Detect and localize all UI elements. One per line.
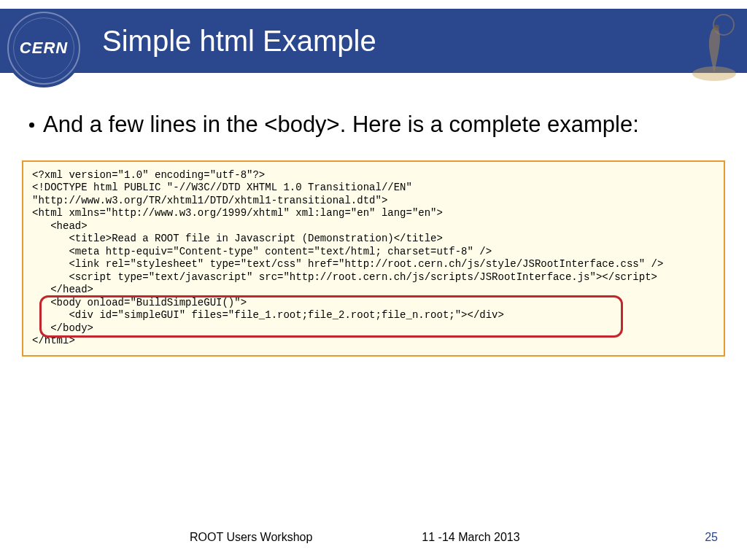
slide-number: 25 bbox=[705, 531, 718, 544]
code-line: <!DOCTYPE html PUBLIC "-//W3C//DTD XHTML… bbox=[32, 182, 412, 193]
code-line: <title>Read a ROOT file in Javascript (D… bbox=[32, 233, 443, 244]
code-line: </html> bbox=[32, 335, 75, 346]
slide-title: Simple html Example bbox=[102, 25, 376, 58]
logo-text: CERN bbox=[20, 39, 68, 58]
footer-center: ROOT Users Workshop 11 -14 March 2013 bbox=[190, 531, 520, 544]
bullet-text: And a few lines in the <body>. Here is a… bbox=[43, 109, 639, 140]
code-line: <script type="text/javascript" src="http… bbox=[32, 271, 657, 283]
svg-point-2 bbox=[713, 25, 719, 31]
code-line: <head> bbox=[32, 220, 88, 232]
code-line: <meta http-equiv="Content-type" content=… bbox=[32, 246, 492, 257]
code-line: </body> bbox=[32, 322, 93, 334]
code-line: <?xml version="1.0" encoding="utf-8"?> bbox=[32, 169, 265, 181]
code-line: </head> bbox=[32, 284, 93, 295]
code-line: "http://www.w3.org/TR/xhtml1/DTD/xhtml1-… bbox=[32, 195, 387, 206]
code-line: <div id="simpleGUI" files="file_1.root;f… bbox=[32, 309, 504, 321]
bullet-item: And a few lines in the <body>. Here is a… bbox=[29, 109, 725, 140]
svg-point-1 bbox=[713, 15, 734, 35]
footer: ROOT Users Workshop 11 -14 March 2013 25 bbox=[0, 531, 747, 544]
decorative-figure-icon bbox=[689, 12, 740, 85]
footer-workshop: ROOT Users Workshop bbox=[190, 531, 312, 544]
cern-logo: CERN bbox=[4, 9, 83, 88]
bullet-dot-icon bbox=[29, 122, 34, 128]
code-block: <?xml version="1.0" encoding="utf-8"?> <… bbox=[22, 160, 725, 357]
code-line: <body onload="BuildSimpleGUI()"> bbox=[32, 297, 247, 308]
code-line: <html xmlns="http://www.w3.org/1999/xhtm… bbox=[32, 207, 443, 219]
code-line: <link rel="stylesheet" type="text/css" h… bbox=[32, 258, 663, 270]
footer-date: 11 -14 March 2013 bbox=[422, 531, 519, 544]
content-area: And a few lines in the <body>. Here is a… bbox=[22, 109, 725, 357]
header-bar: CERN Simple html Example bbox=[0, 9, 747, 73]
